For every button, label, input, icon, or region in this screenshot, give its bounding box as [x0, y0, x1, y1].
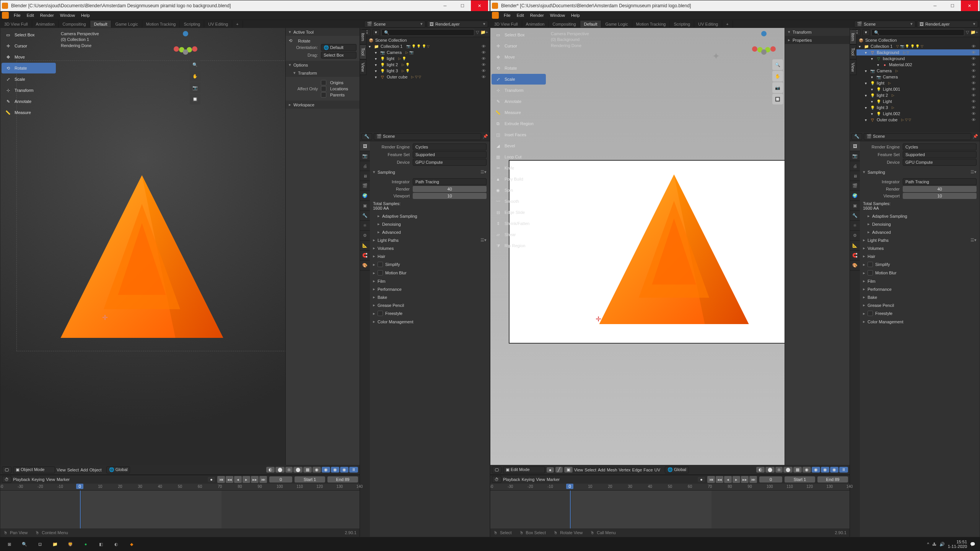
orientation-selector[interactable]: 🌐 Global: [665, 466, 689, 473]
viewport-menu-object[interactable]: Object: [90, 468, 102, 472]
blender-icon[interactable]: [492, 12, 499, 19]
transport-button[interactable]: ⏭: [259, 476, 267, 483]
auto-key-button[interactable]: ●: [208, 477, 215, 482]
prop-numfield[interactable]: 40: [413, 186, 487, 192]
tool-spin[interactable]: ◉Spin: [492, 185, 546, 196]
viewport-menu-uv[interactable]: UV: [654, 468, 660, 472]
disclosure-icon[interactable]: ▾: [863, 93, 868, 98]
transport-button[interactable]: ◂◂: [226, 476, 233, 483]
presets-icon[interactable]: ☰▾: [480, 170, 487, 174]
tool-move[interactable]: ✥Move: [492, 52, 546, 62]
panel-volumes[interactable]: ▸Volumes: [860, 244, 980, 252]
outliner-item[interactable]: ▾💡light▷👁: [850, 80, 980, 86]
property-tab-11[interactable]: 🧲: [850, 251, 860, 261]
prop-numfield[interactable]: 10: [903, 193, 977, 199]
outliner-item[interactable]: ▾💡light▷ 💡👁: [360, 55, 490, 62]
visibility-toggle[interactable]: 👁: [479, 62, 488, 67]
tray-volume-icon[interactable]: 🔊: [939, 542, 945, 547]
active-tool-header[interactable]: ▾Active Tool: [286, 28, 360, 36]
panel-motion-blur[interactable]: ▸Motion Blur: [370, 269, 490, 277]
viewport-menu-vertex[interactable]: Vertex: [619, 468, 630, 472]
property-tab-10[interactable]: 📐: [360, 241, 370, 251]
pin-icon[interactable]: 📌: [973, 134, 978, 139]
timeline-track[interactable]: 0: [490, 491, 850, 528]
editor-type-selector[interactable]: 🖵: [2, 466, 11, 473]
shading-button-2[interactable]: ⧈: [285, 467, 293, 473]
shading-button-4[interactable]: ▦: [793, 467, 802, 473]
timeline-menu-marker[interactable]: Marker: [547, 477, 560, 482]
panel-denoising[interactable]: ▸Denoising: [370, 220, 490, 228]
panel-color-management[interactable]: ▸Color Management: [860, 318, 980, 326]
outliner-search[interactable]: [871, 29, 964, 36]
prop-value[interactable]: Cycles: [903, 143, 977, 150]
transport-button[interactable]: ▸▸: [741, 476, 749, 483]
tool-rip-region[interactable]: ⧩Rip Region: [492, 240, 546, 251]
outliner-item[interactable]: ▾💡light 3▷ 💡👁: [360, 68, 490, 74]
tray-notifications-icon[interactable]: 💬: [970, 542, 975, 547]
outliner-item[interactable]: ▾💡Light.001👁: [850, 86, 980, 92]
workspace-tab[interactable]: 3D View Full: [490, 21, 522, 28]
editor-type-selector[interactable]: 🔧: [851, 133, 862, 140]
presets-icon[interactable]: ☰▾: [970, 170, 977, 174]
panel-freestyle[interactable]: ▸Freestyle: [860, 309, 980, 318]
shading-button-8[interactable]: ◉: [830, 467, 838, 473]
tool-shear[interactable]: ▱Shear: [492, 229, 546, 240]
checkbox-origins[interactable]: [321, 80, 326, 85]
panel-color-management[interactable]: ▸Color Management: [370, 318, 490, 326]
start-frame[interactable]: Start 1: [295, 476, 325, 483]
shading-button-7[interactable]: ◉: [331, 467, 339, 473]
prop-value[interactable]: GPU Compute: [903, 159, 977, 166]
editor-type-selector[interactable]: ⏱: [492, 476, 501, 483]
visibility-toggle[interactable]: 👁: [969, 105, 978, 110]
property-tab-9[interactable]: ⚙: [850, 231, 860, 241]
disclosure-icon[interactable]: ▾: [863, 117, 868, 122]
outliner[interactable]: ▾📦Scene Collection▾📁Collection 1▽ 📷 💡 💡 …: [850, 37, 980, 132]
disclosure-icon[interactable]: ▾: [373, 74, 378, 80]
maximize-button[interactable]: ☐: [944, 0, 961, 11]
sidebar-tab-view[interactable]: View: [360, 59, 366, 75]
tool-inset-faces[interactable]: ◫Inset Faces: [492, 129, 546, 140]
panel-volumes[interactable]: ▸Volumes: [370, 244, 490, 252]
panel-bake[interactable]: ▸Bake: [860, 293, 980, 301]
timeline-menu-view[interactable]: View: [536, 477, 545, 482]
tool-move[interactable]: ✥Move: [2, 52, 56, 62]
visibility-toggle[interactable]: 👁: [969, 99, 978, 104]
shading-button-0[interactable]: ◐: [756, 467, 765, 473]
viewport-menu-view[interactable]: View: [574, 468, 583, 472]
transport-button[interactable]: ▸: [243, 476, 250, 483]
close-button[interactable]: ✕: [961, 0, 978, 11]
drag-dropdown[interactable]: Select Box: [321, 52, 357, 59]
panel-freestyle[interactable]: ▸Freestyle: [370, 309, 490, 318]
visibility-toggle[interactable]: 👁: [479, 75, 488, 79]
tool-transform[interactable]: ⊹Transform: [492, 85, 546, 96]
property-tab-12[interactable]: 🎨: [850, 261, 860, 271]
property-tab-1[interactable]: 📷: [360, 151, 370, 161]
end-frame[interactable]: End 89: [327, 476, 358, 483]
transport-button[interactable]: ▸▸: [251, 476, 259, 483]
new-collection-icon[interactable]: 📁+: [970, 30, 978, 35]
tool-select-box[interactable]: ▭Select Box: [492, 29, 546, 40]
brave-icon[interactable]: 🦁: [63, 537, 78, 551]
tool-measure[interactable]: 📏Measure: [2, 107, 56, 118]
workspace-tab[interactable]: UV Editing: [694, 21, 722, 28]
editor-type-selector[interactable]: 🖵: [492, 466, 501, 473]
outliner-item[interactable]: ▾💡Light👁: [850, 98, 980, 104]
viewport-menu-select[interactable]: Select: [584, 468, 596, 472]
3d-viewport[interactable]: ▭Select Box✛Cursor✥Move⟲Rotate⤢Scale⊹Tra…: [490, 28, 785, 465]
outliner-item[interactable]: ▾▽Background▷ ▽👁: [850, 49, 980, 55]
viewport-menu-add[interactable]: Add: [598, 468, 606, 472]
transport-button[interactable]: ⏭: [749, 476, 757, 483]
shading-button-6[interactable]: ◉: [322, 467, 330, 473]
panel-advanced[interactable]: ▸Advanced: [860, 228, 980, 236]
select-mode-button[interactable]: ╱: [555, 467, 563, 473]
timeline-menu-keying[interactable]: Keying: [522, 477, 535, 482]
visibility-toggle[interactable]: 👁: [969, 93, 978, 98]
visibility-toggle[interactable]: 👁: [479, 56, 488, 61]
scene-collection-row[interactable]: ▾📦Scene Collection: [360, 37, 490, 43]
transport-button[interactable]: ◂◂: [716, 476, 723, 483]
panel-simplify[interactable]: ▸Simplify: [860, 260, 980, 269]
property-tab-10[interactable]: 📐: [850, 241, 860, 251]
workspace-tab[interactable]: Scripting: [670, 21, 694, 28]
tool-rotate[interactable]: ⟲Rotate: [492, 63, 546, 73]
disclosure-icon[interactable]: ▾: [373, 62, 378, 67]
